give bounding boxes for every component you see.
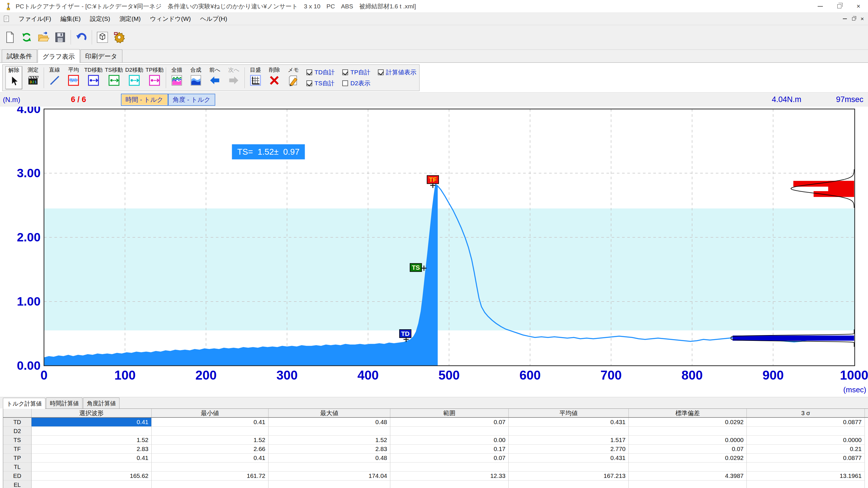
minimize-button[interactable] [811, 1, 830, 12]
cell-TS-5[interactable]: 0.0000 [629, 436, 747, 445]
cell-D2-0[interactable] [32, 427, 152, 436]
cell-TS-6[interactable]: 0.0000 [747, 436, 865, 445]
torque-chart[interactable]: TS= 1.52± 0.97TFTSTD4.003.002.001.000.00… [0, 107, 868, 396]
cell-EL-6[interactable] [747, 481, 865, 488]
graph-tool-clapperboard[interactable]: 測定321 [25, 66, 41, 89]
calc-tab-2[interactable]: 角度計算値 [83, 397, 120, 409]
cell-TS-2[interactable]: 1.52 [269, 436, 390, 445]
cell-D2-5[interactable] [629, 427, 747, 436]
graph-tool-chart-multi[interactable]: 全描 [168, 66, 185, 89]
cell-TP-6[interactable]: 0.0877 [747, 454, 865, 462]
mdi-restore-icon[interactable] [852, 18, 855, 21]
graph-tool-arrow-left-blue[interactable]: 前へ [207, 66, 223, 89]
cell-TF-2[interactable]: 2.83 [269, 445, 390, 454]
new-file-button[interactable] [2, 29, 18, 45]
cell-EL-3[interactable] [390, 481, 509, 488]
tab-0[interactable]: 試験条件 [2, 50, 37, 62]
gear-settings-button[interactable] [112, 29, 127, 45]
checkbox-TS自計[interactable]: TS自計 [306, 78, 335, 88]
cell-TD-2[interactable]: 0.48 [269, 418, 390, 427]
open-folder-button[interactable] [36, 29, 51, 45]
cell-TL-1[interactable] [152, 462, 269, 471]
menu-item-4[interactable]: ウィンドウ(W) [145, 13, 195, 25]
cell-TF-1[interactable]: 2.66 [152, 445, 269, 454]
cell-D2-2[interactable] [269, 427, 390, 436]
graph-tool-move-dot-magenta[interactable]: TP移動 [146, 66, 163, 89]
checkbox-box[interactable] [342, 80, 348, 86]
tab-2[interactable]: 印刷データ [81, 50, 122, 62]
cell-ED-5[interactable]: 4.3987 [629, 471, 747, 481]
cell-TP-0[interactable]: 0.41 [32, 454, 152, 462]
graph-tool-cursor-arrow[interactable]: 解除 [5, 66, 22, 89]
checkbox-計算値表示[interactable]: 計算値表示 [378, 67, 416, 77]
cell-TS-1[interactable]: 1.52 [152, 436, 269, 445]
cell-EL-0[interactable] [32, 481, 152, 488]
cell-TL-0[interactable] [32, 462, 152, 471]
graph-tool-chart-blue[interactable]: 合成 [187, 66, 204, 89]
menu-item-5[interactable]: ヘルプ(H) [195, 13, 232, 25]
cell-EL-5[interactable] [629, 481, 747, 488]
menu-item-2[interactable]: 設定(S) [85, 13, 115, 25]
cell-ED-4[interactable]: 167.213 [509, 471, 629, 481]
cell-TP-2[interactable]: 0.48 [269, 454, 390, 462]
graph-tool-red-x[interactable]: 削除 [266, 66, 283, 89]
menu-item-0[interactable]: ファイル(F) [14, 13, 56, 25]
calc-tab-0[interactable]: トルク計算値 [3, 398, 45, 409]
cell-TS-3[interactable]: 0.00 [390, 436, 509, 445]
graph-tool-move-dot-blue[interactable]: TD移動 [84, 66, 102, 89]
cell-TD-5[interactable]: 0.0292 [629, 418, 747, 427]
cell-TP-4[interactable]: 0.431 [509, 454, 629, 462]
calc-tab-1[interactable]: 時間計算値 [46, 397, 83, 409]
cell-TP-3[interactable]: 0.07 [390, 454, 509, 462]
tab-1[interactable]: グラフ表示 [38, 49, 80, 63]
cell-EL-2[interactable] [269, 481, 390, 488]
menu-item-3[interactable]: 測定(M) [115, 13, 145, 25]
angle-torque-toggle[interactable]: 角度 - トルク [168, 94, 215, 106]
cell-D2-1[interactable] [152, 427, 269, 436]
graph-tool-diagonal-line[interactable]: 直線 [46, 66, 63, 89]
mdi-close-icon[interactable]: × [861, 16, 864, 22]
time-torque-toggle[interactable]: 時間 - トルク [121, 94, 168, 106]
mdi-minimize-icon[interactable] [843, 19, 847, 19]
cell-TD-0[interactable]: 0.41 [32, 418, 152, 427]
close-button[interactable]: × [849, 1, 868, 12]
checkbox-box[interactable] [342, 69, 348, 75]
graph-tool-move-dot-green[interactable]: TS移動 [105, 66, 123, 89]
refresh-button[interactable] [19, 29, 34, 45]
cell-TD-1[interactable]: 0.41 [152, 418, 269, 427]
cell-ED-1[interactable]: 161.72 [152, 471, 269, 481]
graph-tool-move-dot-cyan[interactable]: D2移動 [125, 66, 143, 89]
cell-ED-0[interactable]: 165.62 [32, 471, 152, 481]
cell-TL-6[interactable] [747, 462, 865, 471]
checkbox-TD自計[interactable]: TD自計 [306, 67, 335, 77]
cell-TL-5[interactable] [629, 462, 747, 471]
cell-D2-3[interactable] [390, 427, 509, 436]
cell-TD-6[interactable]: 0.0877 [747, 418, 865, 427]
cell-TF-0[interactable]: 2.83 [32, 445, 152, 454]
menu-item-1[interactable]: 編集(E) [56, 13, 85, 25]
cell-TF-4[interactable]: 2.770 [509, 445, 629, 454]
checkbox-box[interactable] [306, 69, 312, 75]
cell-TS-4[interactable]: 1.517 [509, 436, 629, 445]
checkbox-box[interactable] [378, 69, 384, 75]
checkbox-TP自計[interactable]: TP自計 [342, 67, 370, 77]
cell-TP-1[interactable]: 0.41 [152, 454, 269, 462]
cell-TD-3[interactable]: 0.07 [390, 418, 509, 427]
cell-EL-4[interactable] [509, 481, 629, 488]
cell-ED-3[interactable]: 12.33 [390, 471, 509, 481]
undo-button[interactable] [74, 29, 89, 45]
cell-TL-2[interactable] [269, 462, 390, 471]
cell-EL-1[interactable] [152, 481, 269, 488]
restore-button[interactable] [830, 1, 849, 12]
cell-TF-6[interactable]: 0.21 [747, 445, 865, 454]
graph-tool-waveform-red[interactable]: 平均 [65, 66, 82, 89]
checkbox-box[interactable] [306, 80, 312, 86]
save-button[interactable] [53, 29, 68, 45]
cell-TL-3[interactable] [390, 462, 509, 471]
graph-tool-pencil-memo[interactable]: メモ [285, 66, 302, 89]
cell-D2-6[interactable] [747, 427, 865, 436]
cell-D2-4[interactable] [509, 427, 629, 436]
cell-ED-6[interactable]: 13.1961 [747, 471, 865, 481]
cell-ED-2[interactable]: 174.04 [269, 471, 390, 481]
cell-TF-5[interactable]: 0.07 [629, 445, 747, 454]
